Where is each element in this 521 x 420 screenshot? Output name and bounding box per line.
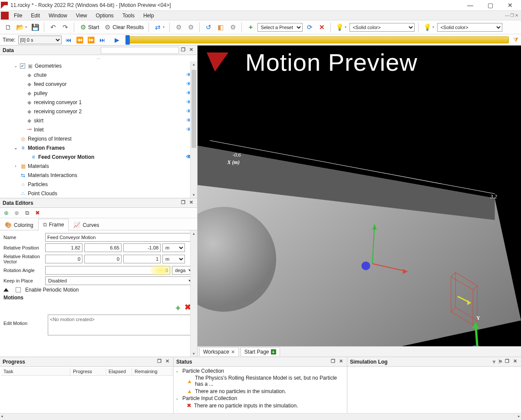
status-list[interactable]: ⌄Particle Collection ▲The Physics's Roll… xyxy=(174,367,347,413)
tab-start-page[interactable]: Start Page+ xyxy=(241,347,280,356)
section-toggle-icon[interactable] xyxy=(3,288,9,292)
link-button[interactable]: ⇄▾ xyxy=(152,23,166,32)
solid-color-2-select[interactable]: <Solid color> xyxy=(437,23,502,32)
tree-item[interactable]: chute xyxy=(34,72,46,78)
menu-options[interactable]: Options xyxy=(92,12,118,20)
gear1-button[interactable]: ⚙ xyxy=(173,23,184,32)
cube-button[interactable]: ◧ xyxy=(215,23,226,32)
simlog-close-icon[interactable]: ✕ xyxy=(511,358,518,365)
flag-icon[interactable]: ⚑ xyxy=(498,359,503,365)
tab-frame[interactable]: ⧉Frame xyxy=(38,219,69,230)
timeline-slider[interactable] xyxy=(126,36,509,43)
tree-motion-frames[interactable]: Motion Frames xyxy=(28,145,65,151)
bulb1-button[interactable]: 💡▾ xyxy=(334,23,348,32)
clear-results-button[interactable]: ⚙Clear Results xyxy=(102,23,145,32)
geometries-checkbox[interactable]: ✔ xyxy=(20,63,25,69)
tree-item[interactable]: pulley xyxy=(34,90,47,96)
relrot-unit-select[interactable]: m xyxy=(162,255,185,263)
editors-undock-icon[interactable]: ❐ xyxy=(180,200,187,207)
relpos-z-input[interactable] xyxy=(123,243,161,252)
status-close-icon[interactable]: ✕ xyxy=(337,358,344,365)
data-undock-icon[interactable]: ❐ xyxy=(180,47,187,54)
progress-close-icon[interactable]: ✕ xyxy=(164,358,171,365)
status-undock-icon[interactable]: ❐ xyxy=(330,358,336,365)
start-button[interactable]: ⚙Start xyxy=(78,23,100,32)
relrot-z-input[interactable] xyxy=(123,255,161,263)
copy-icon[interactable]: ⧉ xyxy=(23,209,31,217)
expand-toggle[interactable]: ⌄ xyxy=(13,145,18,150)
tab-coloring[interactable]: 🎨Coloring xyxy=(0,219,38,230)
tree-item[interactable]: receiving conveyor 2 xyxy=(34,108,82,115)
progress-undock-icon[interactable]: ❐ xyxy=(156,358,163,365)
timeline-knob[interactable] xyxy=(125,35,130,45)
add-motion-button[interactable]: ＋ xyxy=(174,302,182,313)
tree-scrollbar[interactable]: ▴▾ xyxy=(190,61,197,198)
redo-button[interactable]: ↷ xyxy=(60,23,70,32)
mdi-minimize-icon[interactable]: — xyxy=(505,13,509,18)
tree-particles[interactable]: Particles xyxy=(28,181,48,187)
editors-close-icon[interactable]: ✕ xyxy=(188,200,195,207)
horizontal-scrollbar[interactable]: ◂▸ xyxy=(0,413,521,420)
menu-file[interactable]: File xyxy=(10,12,26,20)
relpos-unit-select[interactable]: m xyxy=(162,243,185,252)
add-button[interactable]: ＋ xyxy=(245,23,256,32)
close-tab-icon[interactable]: ✕ xyxy=(231,349,235,355)
app-logo-small[interactable] xyxy=(1,12,9,20)
data-search-input[interactable] xyxy=(101,47,179,54)
name-input[interactable] xyxy=(45,233,195,242)
periodic-checkbox[interactable] xyxy=(16,287,21,292)
remove-icon[interactable]: ✖ xyxy=(33,209,42,217)
tree-roi[interactable]: Regions of Interest xyxy=(28,136,72,142)
gear2-button[interactable]: ⚙ xyxy=(185,23,196,32)
open-button[interactable]: 📂▾ xyxy=(15,23,28,32)
maximize-button[interactable]: ▢ xyxy=(480,0,500,11)
close-button[interactable]: ✕ xyxy=(500,0,520,11)
tree-item[interactable]: Inlet xyxy=(34,127,44,133)
gear3-button[interactable]: ⚙ xyxy=(228,23,238,32)
mdi-close-icon[interactable]: ✕ xyxy=(515,13,518,18)
tree-geometries[interactable]: Geometries xyxy=(35,63,62,69)
tree-feed-conv-motion[interactable]: Feed Conveyor Motion xyxy=(38,154,94,160)
menu-tools[interactable]: Tools xyxy=(118,12,139,20)
prev-frame-button[interactable]: ⏪ xyxy=(76,36,84,43)
relpos-y-input[interactable] xyxy=(84,243,122,252)
expand-toggle[interactable]: › xyxy=(13,164,18,168)
collapse-up-icon[interactable]: ︿ xyxy=(0,55,197,61)
expand-toggle[interactable]: ⌄ xyxy=(13,63,18,68)
tab-workspace[interactable]: Workspace✕ xyxy=(199,347,239,356)
data-close-icon[interactable]: ✕ xyxy=(188,47,195,54)
filter-icon[interactable]: ⧩ xyxy=(513,36,518,43)
add-tab-icon[interactable]: + xyxy=(271,349,276,354)
simlog-body[interactable] xyxy=(347,367,521,413)
motion-list[interactable]: <No motion created> xyxy=(48,315,195,335)
tree-item[interactable]: skirt xyxy=(34,118,43,124)
menu-help[interactable]: Help xyxy=(139,12,158,20)
solid-color-1-select[interactable]: <Solid color> xyxy=(350,23,415,32)
status-group[interactable]: Particle Collection xyxy=(182,368,224,374)
save-button[interactable]: 💾 xyxy=(30,23,40,32)
tree-interactions[interactable]: Materials Interactions xyxy=(28,172,77,178)
time-select[interactable]: [0] 0 s xyxy=(18,36,62,44)
3d-viewport[interactable]: -0.6 X (m) 3.2 xyxy=(198,46,521,346)
data-tree[interactable]: ︿ ⌄ ✔ ▣ Geometries ◆chute👁 ◆feed conveyo… xyxy=(0,55,197,198)
add-grey-icon[interactable]: ⊕ xyxy=(12,209,21,217)
status-group[interactable]: Particle Input Collection xyxy=(182,395,237,401)
delete-button[interactable]: ✕ xyxy=(317,23,327,32)
menu-window[interactable]: Window xyxy=(44,12,72,20)
relpos-x-input[interactable] xyxy=(45,243,82,252)
minimize-button[interactable]: — xyxy=(460,0,480,11)
last-frame-button[interactable]: ⏭ xyxy=(98,36,107,43)
keep-select[interactable]: Disabled xyxy=(45,276,195,285)
tree-item[interactable]: receiving conveyor 1 xyxy=(34,99,82,105)
tree-materials[interactable]: Materials xyxy=(28,163,49,169)
undo-button[interactable]: ↶ xyxy=(48,23,58,32)
filter-icon[interactable]: ▼ xyxy=(491,359,497,365)
first-frame-button[interactable]: ⏮ xyxy=(64,36,73,43)
add-green-icon[interactable]: ⊕ xyxy=(2,209,10,217)
bulb2-button[interactable]: 💡▾ xyxy=(422,23,435,32)
simlog-undock-icon[interactable]: ❐ xyxy=(504,358,511,365)
tree-item[interactable]: feed conveyor xyxy=(34,81,66,87)
menu-view[interactable]: View xyxy=(72,12,92,20)
play-button[interactable]: ▶ xyxy=(113,36,122,43)
new-button[interactable]: 🗋 xyxy=(3,23,13,32)
